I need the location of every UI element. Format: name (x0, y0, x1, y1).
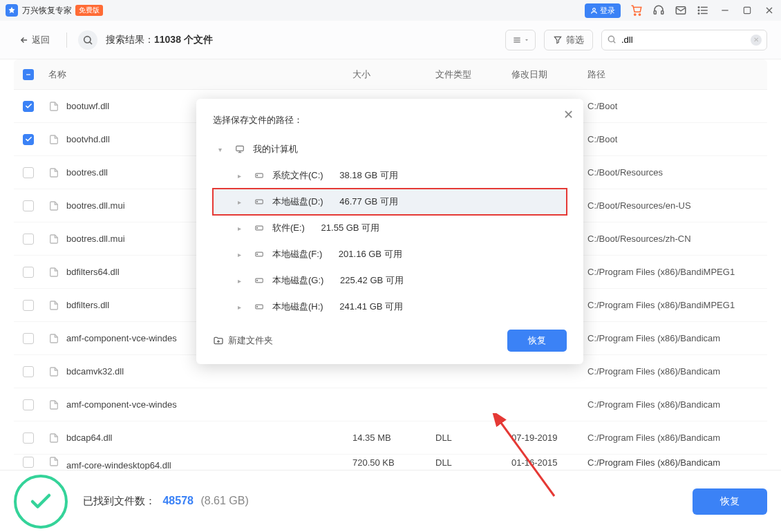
drive-label: 软件(E:) (272, 222, 305, 234)
svg-point-11 (698, 13, 699, 15)
svg-point-38 (257, 306, 258, 307)
disk-icon (253, 171, 265, 180)
drive-label: 本地磁盘(H:) (272, 301, 323, 313)
file-icon (48, 133, 59, 146)
search-input-icon (607, 35, 617, 47)
file-path: C:/Program Files (x86)/BandiMPEG1 (587, 300, 767, 310)
app-logo (6, 4, 18, 17)
row-checkbox[interactable] (23, 300, 34, 311)
file-type: DLL (435, 433, 511, 443)
disk-icon (253, 223, 265, 233)
disk-icon (253, 249, 265, 259)
row-checkbox[interactable] (23, 167, 34, 178)
row-checkbox[interactable] (23, 333, 34, 344)
col-name[interactable]: 名称 (43, 68, 352, 81)
file-icon (48, 166, 59, 180)
col-type[interactable]: 文件类型 (435, 68, 511, 81)
clear-search-icon[interactable]: ✕ (751, 35, 762, 46)
row-checkbox[interactable] (23, 200, 34, 211)
row-checkbox[interactable] (23, 234, 34, 245)
file-name: amf-component-vce-windes (66, 399, 177, 410)
cart-icon[interactable] (630, 4, 643, 17)
file-date: 01-16-2015 (511, 457, 587, 468)
svg-line-17 (90, 41, 92, 44)
drive-free: 21.55 GB 可用 (321, 222, 380, 234)
table-row[interactable]: bdcap64.dll14.35 MBDLL07-19-2019C:/Progr… (14, 421, 767, 455)
modal-footer: 新建文件夹 恢复 (196, 320, 583, 352)
list-icon[interactable] (697, 4, 709, 17)
file-date: 07-19-2019 (511, 433, 587, 443)
row-checkbox[interactable] (23, 366, 34, 377)
file-icon (48, 265, 59, 279)
drive-item[interactable]: ▸本地磁盘(G:) 225.42 GB 可用 (213, 267, 567, 294)
file-name: bootres.dll.mui (66, 200, 125, 211)
col-path[interactable]: 路径 (587, 68, 767, 81)
maximize-icon[interactable] (741, 4, 753, 17)
scan-complete-icon (14, 475, 68, 529)
titlebar: 万兴恢复专家 免费版 登录 (0, 0, 781, 21)
file-path: C:/Program Files (x86)/Bandicam (587, 333, 767, 343)
file-icon (48, 431, 59, 445)
chevron-right-icon: ▸ (238, 251, 246, 258)
row-checkbox[interactable] (23, 101, 34, 112)
recover-button[interactable]: 恢复 (693, 488, 767, 515)
file-icon (48, 398, 59, 412)
new-folder-label: 新建文件夹 (228, 334, 273, 347)
file-size: 14.35 MB (352, 433, 435, 443)
svg-point-10 (698, 10, 699, 11)
table-row[interactable]: amf-core-windesktop64.dll720.50 KBDLL01-… (14, 455, 767, 470)
drive-item[interactable]: ▸本地磁盘(H:) 241.41 GB 可用 (213, 294, 567, 320)
file-name: bdcap64.dll (66, 433, 113, 443)
drive-item[interactable]: ▸本地磁盘(F:) 201.16 GB 可用 (213, 241, 567, 267)
svg-point-36 (257, 280, 258, 281)
login-label: 登录 (600, 6, 615, 16)
search-input[interactable] (601, 30, 767, 50)
row-checkbox[interactable] (23, 433, 34, 444)
minimize-icon[interactable] (719, 4, 731, 17)
filter-label: 筛选 (566, 34, 584, 46)
svg-point-30 (257, 201, 258, 202)
divider (66, 32, 67, 48)
filter-button[interactable]: 筛选 (544, 30, 593, 50)
file-path: C:/Boot (587, 134, 767, 144)
headset-icon[interactable] (652, 4, 665, 17)
chevron-right-icon: ▸ (238, 225, 246, 232)
drive-item[interactable]: ▸本地磁盘(D:) 46.77 GB 可用 (213, 189, 567, 215)
file-path: C:/Boot/Resources/zh-CN (587, 234, 767, 244)
col-date[interactable]: 修改日期 (511, 68, 587, 81)
drive-item[interactable]: ▸系统文件(C:) 38.18 GB 可用 (213, 162, 567, 189)
search-icon (78, 30, 97, 50)
back-button[interactable]: 返回 (14, 31, 55, 49)
drive-item[interactable]: ▸软件(E:) 21.55 GB 可用 (213, 215, 567, 241)
svg-rect-24 (236, 146, 244, 151)
file-icon (48, 455, 59, 468)
drive-free: 201.16 GB 可用 (339, 248, 402, 260)
row-checkbox[interactable] (23, 457, 34, 468)
svg-point-1 (634, 14, 636, 15)
col-size[interactable]: 大小 (352, 68, 435, 81)
back-label: 返回 (32, 34, 50, 46)
svg-point-34 (257, 254, 258, 254)
modal-recover-button[interactable]: 恢复 (507, 330, 567, 352)
search-box: ✕ (601, 30, 767, 50)
file-name: bootuwf.dll (66, 101, 109, 111)
drive-free: 38.18 GB 可用 (339, 169, 398, 182)
row-checkbox[interactable] (23, 267, 34, 278)
tree-root[interactable]: ▾ 我的计算机 (213, 136, 567, 162)
modal-close-icon[interactable]: ✕ (563, 107, 574, 122)
file-path: C:/Boot (587, 101, 767, 111)
close-window-icon[interactable] (763, 4, 775, 17)
app-title: 万兴恢复专家 (22, 5, 72, 17)
select-all-checkbox[interactable] (23, 69, 34, 80)
new-folder-button[interactable]: 新建文件夹 (213, 334, 273, 347)
file-path: C:/Program Files (x86)/Bandicam (587, 366, 767, 377)
view-toggle[interactable] (505, 30, 536, 50)
row-checkbox[interactable] (23, 134, 34, 145)
footer: 已找到文件数： 48578 (8.61 GB) 恢复 (0, 470, 781, 532)
login-button[interactable]: 登录 (585, 3, 621, 18)
drive-label: 系统文件(C:) (272, 169, 323, 182)
disk-icon (253, 197, 265, 207)
row-checkbox[interactable] (23, 399, 34, 410)
table-row[interactable]: amf-component-vce-windesC:/Program Files… (14, 388, 767, 421)
mail-icon[interactable] (675, 4, 687, 17)
